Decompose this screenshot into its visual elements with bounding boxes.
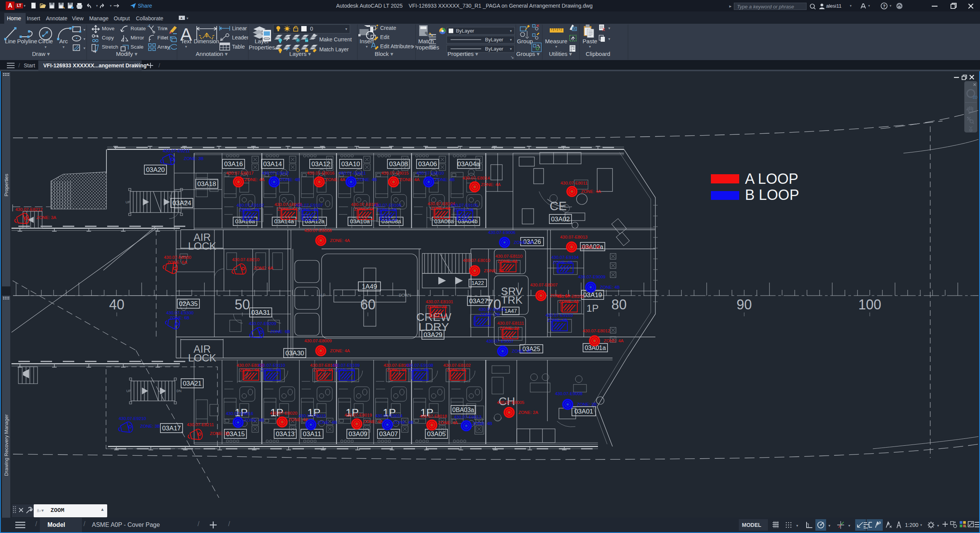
- svg-text:ZONE: 4B: ZONE: 4B: [472, 421, 492, 426]
- svg-text:▾: ▾: [510, 47, 512, 51]
- svg-text:ZONE: 4A: ZONE: 4A: [604, 338, 624, 343]
- svg-text:430.07-E8005: 430.07-E8005: [497, 400, 524, 405]
- svg-text:03A11: 03A11: [303, 430, 321, 438]
- svg-text:ZONE: 4A: ZONE: 4A: [387, 368, 407, 372]
- svg-text:430.07-E8011: 430.07-E8011: [560, 181, 588, 185]
- svg-text:1A47: 1A47: [505, 308, 517, 314]
- svg-text:ZONE: 4A: ZONE: 4A: [245, 177, 265, 182]
- svg-text:ZONE: 4B: ZONE: 4B: [317, 420, 337, 425]
- svg-text:▾: ▾: [796, 523, 798, 528]
- svg-text:Measure: Measure: [545, 38, 567, 44]
- svg-text:430.07-E8008: 430.07-E8008: [304, 228, 332, 233]
- svg-text:Text: Text: [181, 38, 191, 44]
- svg-text:03A21: 03A21: [183, 380, 201, 387]
- svg-text:03A02: 03A02: [551, 216, 570, 223]
- svg-text:03A09: 03A09: [348, 430, 367, 438]
- svg-text:430.07-E8020: 430.07-E8020: [270, 411, 297, 415]
- svg-text:430.07-E9209: 430.07-E9209: [249, 321, 276, 326]
- svg-text:03A24: 03A24: [172, 199, 191, 207]
- svg-text:Rotate: Rotate: [131, 26, 146, 31]
- svg-text:ZONE: 4A: ZONE: 4A: [446, 368, 466, 372]
- svg-text:Draw ▾: Draw ▾: [32, 51, 50, 57]
- svg-text:430.07-E9011: 430.07-E9011: [339, 171, 366, 175]
- svg-text:▾: ▾: [243, 26, 245, 31]
- svg-text:ZONE: 3A: ZONE: 3A: [210, 431, 230, 436]
- svg-text:ZONE: 4A: ZONE: 4A: [354, 207, 374, 211]
- svg-text:?: ?: [883, 4, 885, 8]
- svg-text:LOCK: LOCK: [188, 352, 216, 364]
- svg-text:430.07-E8111: 430.07-E8111: [497, 321, 524, 325]
- svg-text:▾: ▾: [555, 44, 557, 49]
- svg-text:430.07-E9210: 430.07-E9210: [119, 416, 146, 421]
- svg-text:ZONE: 4A: ZONE: 4A: [240, 368, 260, 372]
- svg-text:Layer: Layer: [255, 38, 269, 44]
- svg-text:ZONE: 4B: ZONE: 4B: [435, 177, 455, 182]
- svg-text:430.07-E8110: 430.07-E8110: [495, 254, 523, 258]
- svg-text:430.07-E9107: 430.07-E9107: [296, 203, 323, 208]
- svg-text:430.07-E8212: 430.07-E8212: [15, 207, 43, 212]
- svg-text:UP: UP: [126, 389, 131, 393]
- svg-text:Stretch: Stretch: [102, 44, 118, 50]
- svg-text:Match Layer: Match Layer: [319, 46, 349, 52]
- svg-text:03A16: 03A16: [224, 160, 243, 168]
- svg-text:Table: Table: [232, 44, 245, 50]
- svg-text:03A04b: 03A04b: [458, 218, 478, 224]
- svg-text:03A20: 03A20: [146, 166, 165, 173]
- svg-text:A LOOP: A LOOP: [745, 171, 798, 187]
- svg-text:03A01: 03A01: [574, 408, 593, 415]
- svg-text:Annotation ▾: Annotation ▾: [196, 51, 228, 57]
- svg-text:03A12: 03A12: [311, 160, 330, 168]
- svg-text:Copy: Copy: [102, 35, 114, 41]
- svg-text:ZONE: 4A: ZONE: 4A: [481, 182, 501, 187]
- svg-text:430.07-E9012: 430.07-E9012: [262, 171, 289, 175]
- svg-text:430.07-E8017: 430.07-E8017: [226, 171, 254, 175]
- svg-text:ZONE: 4A: ZONE: 4A: [330, 238, 350, 243]
- svg-text:ByLayer: ByLayer: [485, 46, 503, 52]
- svg-text:Block ▾: Block ▾: [375, 51, 394, 57]
- svg-text:Properties: Properties: [249, 44, 275, 51]
- svg-text:ZONE: 3B: ZONE: 3B: [184, 156, 204, 161]
- svg-text:430.07-E9300: 430.07-E9300: [166, 311, 194, 315]
- svg-text:03A07: 03A07: [379, 430, 398, 438]
- svg-text:03A06: 03A06: [418, 160, 437, 168]
- svg-text:Scale: Scale: [131, 44, 144, 50]
- svg-text:03A16a: 03A16a: [235, 218, 255, 224]
- svg-text:430.07-E9101: 430.07-E9101: [479, 307, 506, 312]
- svg-text:ZONE: 4B: ZONE: 4B: [553, 260, 573, 265]
- svg-text:▾: ▾: [96, 4, 98, 8]
- svg-text:ZONE: 4B: ZONE: 4B: [512, 349, 532, 353]
- svg-text:ZONE: 3A: ZONE: 3A: [36, 215, 56, 220]
- svg-text:ZONE: 4A: ZONE: 4A: [559, 299, 579, 304]
- svg-text:▾: ▾: [510, 38, 512, 42]
- svg-text:03A18: 03A18: [197, 180, 216, 188]
- svg-text:Circle: Circle: [38, 38, 53, 44]
- svg-text:03A17: 03A17: [162, 425, 181, 432]
- svg-text:▾: ▾: [83, 28, 85, 32]
- svg-text:2D: 2D: [973, 95, 978, 100]
- svg-text:Move: Move: [102, 26, 114, 31]
- svg-text:Clipboard: Clipboard: [586, 51, 610, 57]
- svg-text:ZONE: 3B: ZONE: 3B: [140, 424, 160, 428]
- svg-text:ZONE: 4A: ZONE: 4A: [438, 420, 458, 425]
- svg-text:430.07-E9106: 430.07-E9106: [374, 203, 402, 208]
- svg-text:60: 60: [360, 297, 376, 312]
- svg-text:03A10: 03A10: [341, 160, 360, 168]
- svg-text:ZONE: 4A: ZONE: 4A: [400, 177, 420, 182]
- svg-text:▾: ▾: [83, 46, 85, 50]
- svg-text:▾: ▾: [608, 26, 610, 30]
- svg-text:ZONE: 2B: ZONE: 2B: [480, 312, 500, 317]
- svg-text:DOWN: DOWN: [399, 293, 411, 298]
- svg-text:ZONE: 4A: ZONE: 4A: [581, 245, 601, 249]
- svg-text:1P: 1P: [586, 302, 599, 314]
- svg-text:LOCK: LOCK: [188, 240, 216, 252]
- svg-text:03A30: 03A30: [285, 350, 304, 357]
- svg-text:430.07-E9008: 430.07-E9008: [555, 391, 583, 396]
- svg-text:▾: ▾: [608, 37, 610, 41]
- svg-text:UP: UP: [126, 200, 131, 204]
- svg-text:430.07-E9105: 430.07-E9105: [451, 203, 478, 208]
- svg-text:430.07-E8210: 430.07-E8210: [232, 257, 260, 262]
- svg-text:430.07-E8012: 430.07-E8012: [583, 329, 610, 333]
- svg-text:Paste: Paste: [583, 38, 597, 44]
- svg-text:ZONE: 4B: ZONE: 4B: [299, 208, 318, 212]
- svg-text:CE: CE: [550, 199, 567, 213]
